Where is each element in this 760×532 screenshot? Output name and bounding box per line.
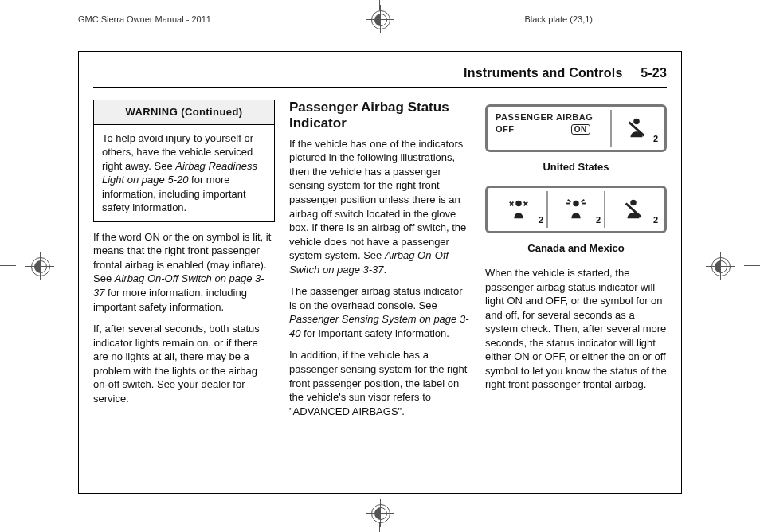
warning-body: To help avoid injury to yourself or othe… <box>94 125 274 221</box>
col1-para2: If, after several seconds, both status i… <box>93 322 275 405</box>
col3-para1: When the vehicle is started, the passeng… <box>485 266 667 392</box>
indicator-us-seatbelt: 2 <box>612 110 662 147</box>
col2-p2a: The passenger airbag status indicator is… <box>289 285 463 311</box>
indicator-ca-on: 2 <box>548 191 605 228</box>
indicator-subscript: 2 <box>653 133 658 145</box>
page: GMC Sierra Owner Manual - 2011 Black pla… <box>0 0 760 532</box>
col1-p1b: for more information, including importan… <box>93 287 247 313</box>
svg-line-11 <box>582 199 585 201</box>
svg-point-0 <box>633 119 640 125</box>
column-3: PASSENGER AIRBAG OFF ON <box>485 100 667 418</box>
svg-point-7 <box>573 200 579 206</box>
columns: WARNING (Continued) To help avoid injury… <box>93 100 667 418</box>
indicator-subscript: 2 <box>539 214 543 226</box>
col2-para1: If the vehicle has one of the indicators… <box>289 137 471 276</box>
column-2: Passenger Airbag Status Indicator If the… <box>289 100 471 418</box>
indicator-us-on: ON <box>571 124 590 135</box>
content-frame: Instruments and Controls 5-23 WARNING (C… <box>78 51 682 494</box>
indicator-us-line1: PASSENGER AIRBAG <box>496 111 605 123</box>
indicator-ca: 2 2 <box>485 186 667 233</box>
caption-ca: Canada and Mexico <box>485 241 667 256</box>
col2-p1a: If the vehicle has one of the indicators… <box>289 138 466 261</box>
col2-heading: Passenger Airbag Status Indicator <box>289 100 471 132</box>
indicator-ca-seatbelt: 2 <box>605 191 661 228</box>
col2-para3: In addition, if the vehicle has a passen… <box>289 348 471 418</box>
warning-box: WARNING (Continued) To help avoid injury… <box>93 100 275 222</box>
seatbelt-icon <box>621 198 645 221</box>
svg-point-2 <box>515 200 522 206</box>
svg-point-12 <box>630 199 637 205</box>
indicator-us-text: PASSENGER AIRBAG OFF ON <box>491 110 612 147</box>
tick-bottom <box>379 522 380 532</box>
col2-para2: The passenger airbag status indicator is… <box>289 284 471 340</box>
indicator-us: PASSENGER AIRBAG OFF ON <box>485 104 667 152</box>
tick-left <box>0 265 16 266</box>
col2-p2b: for important safety information. <box>300 327 449 339</box>
register-mark-left <box>25 252 54 280</box>
person-on-icon <box>564 198 588 221</box>
tick-top <box>379 0 380 10</box>
svg-line-10 <box>568 199 571 201</box>
register-mark-top <box>366 5 394 33</box>
running-head: Instruments and Controls 5-23 <box>93 66 667 88</box>
indicator-us-off: OFF <box>496 124 515 134</box>
caption-us: United States <box>485 160 667 174</box>
column-1: WARNING (Continued) To help avoid injury… <box>93 100 275 418</box>
indicator-subscript: 2 <box>653 214 658 226</box>
col1-para1: If the word ON or the on symbol is lit, … <box>93 230 275 314</box>
plate-label: Black plate (23,1) <box>524 14 593 24</box>
indicator-ca-off: 2 <box>491 191 548 228</box>
warning-heading: WARNING (Continued) <box>94 100 274 125</box>
indicator-subscript: 2 <box>596 214 601 226</box>
page-number: 5-23 <box>626 66 667 80</box>
tick-right <box>744 265 760 266</box>
section-title: Instruments and Controls <box>464 66 622 80</box>
person-off-icon <box>507 198 531 221</box>
register-mark-bottom <box>366 499 394 527</box>
col2-p1b: . <box>384 264 387 276</box>
seatbelt-icon <box>625 116 648 140</box>
manual-title: GMC Sierra Owner Manual - 2011 <box>78 14 211 24</box>
register-mark-right <box>706 252 735 280</box>
